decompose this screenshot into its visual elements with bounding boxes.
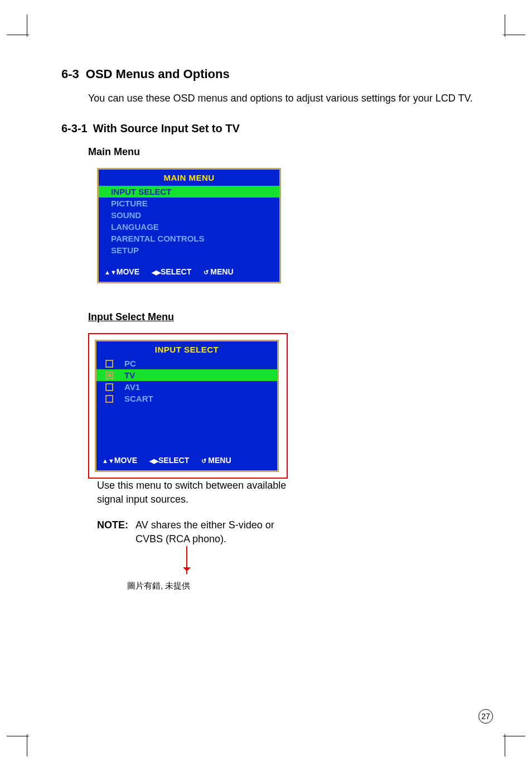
section-heading: 6-3OSD Menus and Options — [61, 67, 485, 81]
checkbox-icon — [105, 395, 113, 403]
mainmenu-label: Main Menu — [88, 146, 485, 158]
mainmenu-item-language[interactable]: LANGUAGE — [99, 221, 279, 233]
subsection-title: With Source Input Set to TV — [93, 122, 240, 134]
inputmenu-highlight-box: INPUT SELECT PC TV AV1 — [88, 333, 288, 479]
mainmenu-item-picture[interactable]: PICTURE — [99, 197, 279, 209]
intro-text: You can use these OSD menus and options … — [88, 91, 485, 105]
footer-menu: ↺ MENU — [201, 456, 231, 465]
inputmenu-title: INPUT SELECT — [96, 341, 277, 356]
note-label: NOTE: — [97, 518, 128, 532]
mainmenu-item-sound[interactable]: SOUND — [99, 209, 279, 221]
footer-move: ▲▼MOVE — [104, 267, 139, 276]
footer-move: ▲▼MOVE — [102, 456, 137, 465]
checkbox-icon — [105, 360, 113, 368]
footer-select: ◀▶SELECT — [149, 456, 189, 465]
inputmenu-osd: INPUT SELECT PC TV AV1 — [95, 340, 279, 472]
inputmenu-item-scart[interactable]: SCART — [96, 393, 277, 404]
page-number: 27 — [478, 709, 493, 724]
return-icon: ↺ — [201, 457, 208, 464]
left-right-icon: ◀▶ — [152, 269, 161, 276]
checkbox-checked-icon — [105, 372, 113, 379]
up-down-icon: ▲▼ — [104, 269, 117, 276]
arrow-down-icon — [186, 546, 187, 574]
section-title: OSD Menus and Options — [86, 67, 230, 81]
note-text: AV shares the either S-video or CVBS (RC… — [136, 518, 292, 546]
checkbox-icon — [105, 383, 113, 391]
mainmenu-title: MAIN MENU — [99, 170, 279, 185]
footer-menu: ↺ MENU — [204, 267, 233, 276]
subsection-number: 6-3-1 — [61, 122, 88, 134]
inputmenu-item-tv[interactable]: TV — [96, 369, 277, 381]
return-icon: ↺ — [204, 269, 210, 276]
left-right-icon: ◀▶ — [149, 457, 158, 464]
footer-select: ◀▶SELECT — [152, 267, 191, 276]
mainmenu-osd: MAIN MENU INPUT SELECT PICTURE SOUND LAN… — [97, 168, 281, 283]
subsection-heading: 6-3-1With Source Input Set to TV — [61, 122, 485, 135]
inputmenu-item-av1[interactable]: AV1 — [96, 381, 277, 393]
inputmenu-item-pc[interactable]: PC — [96, 358, 277, 369]
caption-chinese: 圖片有錯, 未提供 — [127, 581, 485, 591]
mainmenu-item-parental[interactable]: PARENTAL CONTROLS — [99, 233, 279, 244]
section-number: 6-3 — [61, 67, 79, 81]
mainmenu-item-input-select[interactable]: INPUT SELECT — [99, 186, 279, 197]
mainmenu-item-setup[interactable]: SETUP — [99, 244, 279, 256]
up-down-icon: ▲▼ — [102, 457, 114, 464]
inputmenu-description: Use this menu to switch between availabl… — [97, 479, 298, 507]
inputmenu-label: Input Select Menu — [88, 311, 485, 323]
